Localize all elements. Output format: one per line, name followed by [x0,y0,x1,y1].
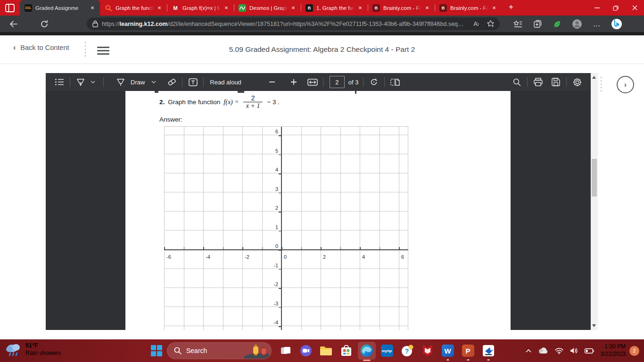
weather-widget[interactable]: 51°F Rain showers [6,342,61,357]
browser-essentials-icon[interactable] [551,17,564,31]
y-axis-tick [279,250,281,251]
browser-tab-1[interactable]: Graph the functio× [100,0,167,16]
taskbar-edge-icon[interactable] [356,339,377,362]
toolbar-icons: … [504,17,628,31]
pdf-viewer: Draw Read aloud 2 of 3 [46,73,591,330]
tab-close-icon[interactable]: × [490,4,498,12]
taskbar-mcafee-icon[interactable] [417,339,438,362]
address-bar[interactable]: https://learning.k12.com/d2l/le/enhanced… [87,17,500,30]
browser-tab-2[interactable]: MGraph f(x)=x | Ma× [167,0,234,16]
read-aloud-page-icon[interactable]: A) [471,18,482,30]
close-window-button[interactable] [625,0,644,16]
print-icon[interactable] [532,76,544,88]
taskbar-task-view-icon[interactable] [275,339,296,362]
add-text-icon[interactable] [187,76,199,88]
thumbnails-icon[interactable] [53,76,66,88]
fraction-denominator: x + 1 [243,102,263,110]
onedrive-icon[interactable] [538,347,548,354]
browser-tab-0[interactable]: D2LGraded Assignme× [20,0,100,16]
scan-icon [479,342,497,360]
clock[interactable]: 1:30 PM 3/22/2023 [601,343,626,358]
question-line: 2. Graph the function f(x) = 2 x + 1 − 3… [159,95,280,109]
taskbar-word-icon[interactable]: W [438,339,458,362]
rotate-icon[interactable] [368,76,380,88]
tab-actions-menu-icon[interactable] [0,0,20,16]
taskbar-hp-scan-icon[interactable] [478,339,498,362]
add-favorite-icon[interactable] [485,18,496,30]
hidden-icons-chevron-icon[interactable] [526,349,531,353]
question-text: Graph the function [168,99,220,106]
x-axis-tick [301,247,302,250]
wifi-icon[interactable] [555,348,563,354]
site-header: ‹ Back to Content 5.09 Graded Assignment… [0,35,644,64]
volume-icon[interactable] [570,347,578,354]
save-icon[interactable] [550,76,562,88]
page-number-input[interactable]: 2 [330,76,345,88]
minimize-button[interactable] [587,0,606,16]
fit-to-width-icon[interactable] [306,76,319,88]
zoom-out-icon[interactable] [266,76,278,88]
taskbar-microsoft-store-icon[interactable] [336,339,356,362]
highlighter-icon[interactable] [74,76,87,88]
browser-tab-4[interactable]: B1. Graph the func× [301,0,368,16]
weather-temperature: 51°F [25,342,61,350]
weather-condition: Rain showers [25,350,61,357]
y-axis-tick [279,288,281,289]
browser-tab-3[interactable]: Desmos | Graphin× [234,0,301,16]
scrollbar-up-arrow[interactable] [592,76,596,79]
taskbar-chat-icon[interactable] [296,339,316,362]
profile-avatar[interactable] [570,17,584,31]
highlighter-chevron-icon[interactable] [87,76,99,88]
refresh-icon[interactable] [38,17,51,31]
draw-label[interactable]: Draw [131,79,145,86]
x-axis-label: -6 [166,254,171,260]
settings-menu-icon[interactable]: … [590,17,603,31]
tab-close-icon[interactable]: × [89,4,96,12]
tab-close-icon[interactable]: × [156,4,163,12]
battery-icon[interactable] [585,348,594,354]
cutoff-text-fragment [155,91,158,93]
scrollbar-down-arrow[interactable] [592,324,596,327]
x-axis-label: -4 [206,254,210,260]
scrollbar-thumb[interactable] [592,159,597,197]
viewer-settings-gear-icon[interactable] [571,76,583,88]
y-axis-tick [279,307,281,308]
browser-tab-6[interactable]: BBrainly.com - For× [435,0,502,16]
next-page-button[interactable]: › [617,76,634,93]
eraser-icon[interactable] [165,76,178,88]
tab-title: Brainly.com - For [450,5,488,11]
y-axis-label: -1 [273,263,278,268]
page-title: 5.09 Graded Assignment: Algebra 2 Checkp… [0,45,644,54]
draw-pen-icon[interactable] [115,76,127,88]
tab-close-icon[interactable]: × [223,4,230,12]
brainly-icon: B [439,4,447,12]
restore-button[interactable] [606,0,625,16]
taskbar-powerpoint-icon[interactable]: P [458,339,478,362]
browser-tab-5[interactable]: BBrainly.com - For× [368,0,435,16]
new-tab-button[interactable]: + [504,1,518,14]
page-view-icon[interactable] [389,76,401,88]
bing-chat-icon[interactable] [610,17,623,31]
search-document-icon[interactable] [511,76,523,88]
taskbar-search[interactable]: Search [167,342,272,359]
back-icon[interactable] [7,17,20,31]
notification-badge[interactable]: 2 [629,346,639,356]
favorites-icon[interactable] [511,17,524,31]
collections-icon[interactable] [531,17,544,31]
zoom-in-icon[interactable] [288,76,300,88]
draw-chevron-icon[interactable] [148,76,160,88]
x-axis-tick [262,247,263,250]
coordinate-grid: -6-4-202466543210-1-2-3-4 [164,126,408,330]
page-scrollbar[interactable] [591,73,598,330]
read-aloud-button[interactable]: Read aloud [210,79,241,86]
tab-close-icon[interactable]: × [356,4,364,12]
start-button[interactable] [150,344,163,357]
y-axis-label: 5 [275,148,278,154]
search-highlight-lanterns-icon[interactable] [243,343,270,359]
taskbar-file-explorer-icon[interactable] [316,339,336,362]
y-axis [281,127,282,330]
taskbar-my-hp-icon[interactable]: myhp [377,339,397,362]
tab-close-icon[interactable]: × [423,4,431,12]
taskbar-get-help-icon[interactable]: ? [397,339,417,362]
tab-close-icon[interactable]: × [289,4,297,12]
